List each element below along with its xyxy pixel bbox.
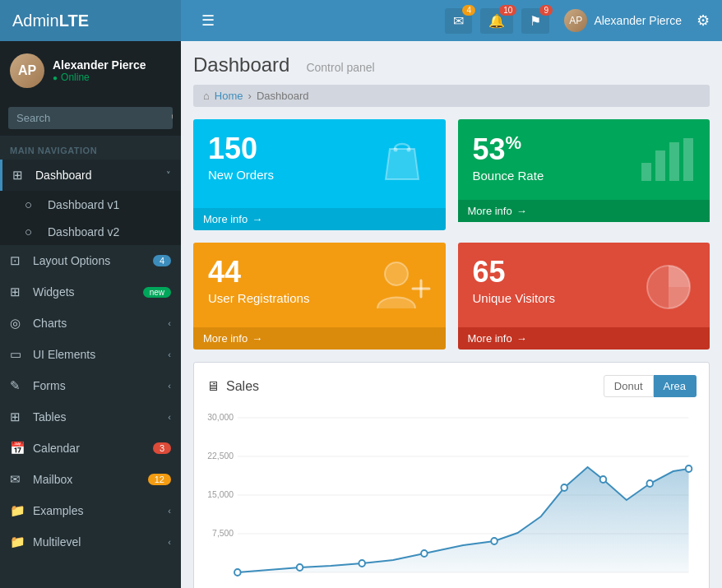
widgets-icon: ⊞ (10, 285, 26, 299)
user-menu[interactable]: AP Alexander Pierce (558, 9, 688, 32)
sidebar-item-tables[interactable]: ⊞ Tables ‹ (0, 401, 181, 433)
notifications-badge: 10 (499, 5, 516, 16)
sidebar-item-ui-elements[interactable]: ▭ UI Elements ‹ (0, 339, 181, 370)
info-box-content: 44 User Registrations (208, 257, 309, 305)
info-boxes: 150 New Orders More info (193, 119, 710, 350)
shopping-bag-icon (373, 134, 431, 200)
sidebar-avatar: AP (10, 53, 44, 88)
mailbox-icon: ✉ (10, 472, 26, 487)
sidebar-toggle[interactable]: ☰ (193, 12, 223, 30)
info-box-bounce-rate[interactable]: 53% Bounce Rate More info (458, 119, 710, 230)
info-box-label: Bounce Rate (473, 169, 544, 183)
svg-point-0 (393, 148, 397, 152)
svg-point-25 (600, 476, 607, 483)
breadcrumb-home[interactable]: Home (215, 90, 243, 102)
chart-area: 30,000 22,500 15,000 7,500 (206, 410, 697, 588)
main-content: Dashboard Control panel ⌂ Home › Dashboa… (181, 41, 722, 588)
sidebar-item-calendar[interactable]: 📅 Calendar 3 (0, 433, 181, 464)
tables-icon: ⊞ (10, 410, 26, 424)
chevron-left-icon: ‹ (168, 506, 171, 516)
tab-area[interactable]: Area (654, 375, 697, 397)
sidebar-item-mailbox[interactable]: ✉ Mailbox 12 (0, 464, 181, 495)
svg-point-23 (491, 538, 498, 544)
chevron-left-icon: ‹ (168, 537, 171, 547)
settings-icon[interactable]: ⚙ (697, 12, 710, 30)
logo-text: AdminLTE (12, 12, 89, 30)
info-box-label: Unique Visitors (473, 291, 556, 305)
folder-icon: 📁 (10, 503, 26, 518)
sidebar-item-label: Dashboard v2 (48, 225, 171, 238)
sidebar-item-forms[interactable]: ✎ Forms ‹ (0, 370, 181, 401)
info-box-unique-visitors[interactable]: 65 Unique Visitors More info (458, 243, 710, 350)
chevron-left-icon: ‹ (168, 318, 171, 328)
info-box-footer-new-orders[interactable]: More info (193, 208, 446, 230)
info-box-label: New Orders (208, 168, 274, 182)
sidebar: AP Alexander Pierce Online 🔍 MAIN NAVIGA… (0, 41, 181, 588)
info-box-footer-user-registrations[interactable]: More info (193, 327, 446, 350)
sidebar-item-label: Dashboard (35, 169, 166, 182)
svg-rect-5 (683, 138, 693, 181)
sidebar-item-layout-options[interactable]: ⊡ Layout Options 4 (0, 245, 181, 276)
chart-title-text: Sales (226, 379, 259, 394)
mail-badge: 4 (462, 5, 475, 16)
search-button[interactable]: 🔍 (163, 107, 173, 129)
svg-rect-4 (669, 142, 679, 181)
svg-point-27 (686, 465, 692, 472)
calendar-badge: 3 (153, 442, 171, 454)
svg-rect-3 (655, 150, 665, 181)
avatar-initials: AP (569, 15, 582, 26)
svg-point-20 (297, 564, 303, 571)
svg-point-19 (234, 569, 241, 576)
chart-section: 🖥 Sales Donut Area 30,000 (193, 362, 710, 588)
messages-button[interactable]: ⚑ 9 (521, 8, 549, 34)
sidebar-item-dashboard-v1[interactable]: ○ Dashboard v1 (0, 191, 181, 218)
sidebar-item-label: Layout Options (33, 254, 153, 267)
sidebar-item-label: Forms (33, 379, 168, 392)
flag-icon: ⚑ (530, 14, 541, 28)
widgets-badge: new (143, 287, 171, 298)
monitor-icon: 🖥 (206, 379, 220, 394)
sidebar-item-label: Mailbox (33, 473, 148, 486)
chevron-left-icon: ‹ (168, 350, 171, 359)
sidebar-user-info: Alexander Pierce Online (53, 58, 146, 83)
svg-point-6 (385, 262, 408, 285)
info-box-new-orders[interactable]: 150 New Orders More info (193, 119, 446, 230)
calendar-icon: 📅 (10, 441, 26, 456)
sidebar-item-multilevel[interactable]: 📁 Multilevel ‹ (0, 526, 181, 558)
info-box-footer-bounce-rate[interactable]: More info (458, 200, 710, 222)
dashboard-submenu: ○ Dashboard v1 ○ Dashboard v2 (0, 191, 181, 245)
chart-tabs: Donut Area (604, 375, 697, 397)
page-title: Dashboard (193, 53, 289, 76)
mailbox-badge: 12 (148, 474, 171, 485)
logo-light: Admin (12, 12, 59, 30)
sidebar-item-label: Calendar (33, 442, 153, 455)
sidebar-item-examples[interactable]: 📁 Examples ‹ (0, 495, 181, 526)
avatar: AP (564, 9, 587, 32)
messages-badge: 9 (539, 5, 553, 16)
tab-donut[interactable]: Donut (604, 375, 654, 397)
info-box-number: 53% (473, 134, 544, 164)
sidebar-item-label: UI Elements (33, 348, 168, 361)
pie-chart-icon (637, 257, 695, 319)
user-name: Alexander Pierce (594, 14, 682, 27)
sidebar-item-label: Tables (33, 410, 168, 424)
logo-bold: LTE (59, 12, 89, 30)
mail-button[interactable]: ✉ 4 (445, 8, 472, 34)
sidebar-item-dashboard-v2[interactable]: ○ Dashboard v2 (0, 218, 181, 245)
info-box-number: 65 (473, 257, 556, 287)
sidebar-item-charts[interactable]: ◎ Charts ‹ (0, 308, 181, 339)
search-input[interactable] (8, 107, 163, 129)
sidebar-item-dashboard[interactable]: ⊞ Dashboard ˅ (0, 160, 181, 191)
top-nav-right: ✉ 4 🔔 10 ⚑ 9 AP Alexander Pierce ⚙ (445, 8, 710, 34)
svg-point-21 (359, 560, 365, 567)
chevron-down-icon: ˅ (166, 170, 171, 181)
info-box-user-registrations[interactable]: 44 User Registrations More info (193, 243, 446, 350)
info-box-footer-unique-visitors[interactable]: More info (458, 327, 710, 350)
charts-icon: ◎ (10, 316, 26, 331)
layout-icon: ⊡ (10, 253, 26, 268)
sidebar-item-widgets[interactable]: ⊞ Widgets new (0, 276, 181, 308)
chart-title: 🖥 Sales (206, 379, 259, 394)
info-box-label: User Registrations (208, 291, 309, 305)
sidebar-user-status: Online (53, 72, 146, 83)
notifications-button[interactable]: 🔔 10 (480, 8, 513, 34)
